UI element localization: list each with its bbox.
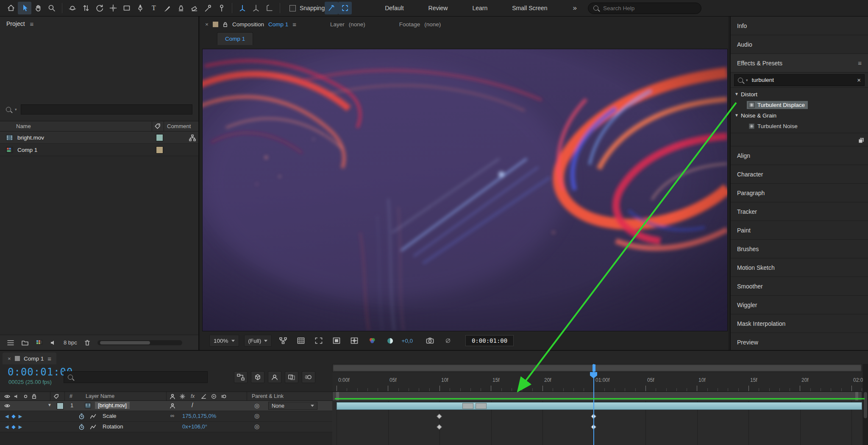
orbit-camera-tool-icon[interactable] <box>66 2 79 14</box>
workspace-tab-review[interactable]: Review <box>428 5 448 11</box>
panel-tab-mask-interpolation[interactable]: Mask Interpolation <box>731 314 868 333</box>
layer-visibility-eye-icon[interactable] <box>4 403 10 409</box>
snap-option-features-icon[interactable] <box>338 2 352 14</box>
draft-3d-icon[interactable] <box>251 371 264 383</box>
property-name[interactable]: Rotation <box>103 423 123 430</box>
effect-item-turbulent-noise[interactable]: Turbulent Noise <box>731 121 868 132</box>
resolution-dropdown[interactable]: (Full) <box>244 335 272 347</box>
project-horizontal-scrollbar[interactable] <box>97 340 182 345</box>
effects-search-input[interactable] <box>751 76 854 84</box>
item-name[interactable]: Comp 1 <box>17 147 37 153</box>
property-row-scale[interactable]: ◀◆▶ Scale ∞ 175,0,175,0% ◎ <box>0 411 332 422</box>
timeline-tab[interactable]: × Comp 1 ≡ <box>3 353 56 364</box>
quality-switch-icon[interactable]: / <box>192 402 193 409</box>
workspace-overflow-button[interactable]: » <box>573 4 577 12</box>
parent-link-column-label[interactable]: Parent & Link <box>252 393 284 399</box>
project-row-footage[interactable]: bright.mov <box>0 132 198 144</box>
panel-menu-icon[interactable]: ≡ <box>30 20 34 28</box>
grid-guides-icon[interactable] <box>348 335 361 346</box>
kf-previous-icon[interactable]: ◀ <box>5 414 8 419</box>
parent-link-dropdown[interactable]: None <box>268 402 317 410</box>
effect-item-turbulent-displace[interactable]: Turbulent Displace <box>731 100 868 110</box>
eraser-tool-icon[interactable] <box>188 2 201 14</box>
effects-search-box[interactable]: ▾ × <box>734 74 865 86</box>
effects-group-distort[interactable]: ▼ Distort <box>731 89 868 100</box>
timeline-vertical-scrollbar[interactable] <box>863 364 868 445</box>
tab-composition-label[interactable]: Composition <box>232 21 264 28</box>
tab-composition-value[interactable]: Comp 1 <box>268 21 288 28</box>
type-tool-icon[interactable]: T <box>147 2 161 14</box>
kf-next-icon[interactable]: ▶ <box>19 414 22 419</box>
property-row-rotation[interactable]: ◀◆▶ Rotation 0x+106,0° ◎ <box>0 422 332 432</box>
layer-row[interactable]: ▼ 1 [bright.mov] / ◎ None <box>0 401 332 411</box>
axis-mode-view-icon[interactable] <box>263 2 276 14</box>
layer-duration-bar[interactable] <box>337 402 862 410</box>
project-row-comp[interactable]: Comp 1 <box>0 144 198 156</box>
snapping-checkbox[interactable] <box>289 5 296 11</box>
tab-footage-label[interactable]: Footage <box>399 21 420 28</box>
workspace-tab-default[interactable]: Default <box>385 5 403 11</box>
puppet-pin-tool-icon[interactable] <box>215 2 228 14</box>
exposure-reset-icon[interactable] <box>384 335 396 346</box>
graph-editor-set-icon[interactable] <box>90 414 96 419</box>
parent-pickwhip-icon[interactable]: ◎ <box>254 402 259 409</box>
kf-current-diamond-icon[interactable]: ◆ <box>11 424 15 430</box>
expander-chevron-icon[interactable]: ▼ <box>734 113 739 118</box>
kf-next-icon[interactable]: ▶ <box>19 424 22 430</box>
layer-name[interactable]: [bright.mov] <box>95 402 130 409</box>
effects-group-noise-grain[interactable]: ▼ Noise & Grain <box>731 110 868 121</box>
color-label-swatch[interactable] <box>156 134 163 141</box>
audio-volume-icon[interactable] <box>50 339 57 346</box>
stopwatch-icon[interactable] <box>78 413 85 420</box>
pan-camera-tool-icon[interactable] <box>79 2 93 14</box>
roto-brush-tool-icon[interactable] <box>201 2 215 14</box>
column-name-label[interactable]: Name <box>16 123 31 129</box>
selected-effect-box[interactable]: Turbulent Displace <box>747 101 808 109</box>
label-column-tag-icon[interactable] <box>154 123 161 129</box>
region-of-interest-icon[interactable] <box>312 335 325 346</box>
tab-layer-label[interactable]: Layer <box>330 21 345 28</box>
property-pickwhip-icon[interactable]: ◎ <box>254 423 259 430</box>
panel-tab-info[interactable]: Info <box>731 17 868 35</box>
layer-color-swatch[interactable] <box>57 403 64 409</box>
clone-stamp-tool-icon[interactable] <box>174 2 188 14</box>
new-folder-icon[interactable] <box>21 339 29 346</box>
panel-tab-brushes[interactable]: Brushes <box>731 240 868 258</box>
transparency-grid-icon[interactable] <box>295 335 307 346</box>
property-value[interactable]: 0x+106,0° <box>182 423 207 430</box>
work-area-bar[interactable] <box>332 392 862 401</box>
rectangle-tool-icon[interactable] <box>120 2 134 14</box>
constrain-link-icon[interactable]: ∞ <box>170 412 174 419</box>
time-navigator[interactable] <box>332 364 862 372</box>
workspace-tab-small-screen[interactable]: Small Screen <box>512 5 547 11</box>
search-scope-chevron-icon[interactable]: ▾ <box>15 107 17 112</box>
item-name[interactable]: bright.mov <box>17 134 44 141</box>
panel-tab-smoother[interactable]: Smoother <box>731 277 868 296</box>
property-value[interactable]: 175,0,175,0% <box>182 413 216 419</box>
mini-flowchart-icon[interactable] <box>277 335 289 346</box>
project-search-input[interactable] <box>21 104 192 115</box>
show-snapshot-icon[interactable] <box>442 335 454 346</box>
search-scope-chevron-icon[interactable]: ▾ <box>746 78 748 82</box>
panel-menu-icon[interactable]: ≡ <box>858 59 862 67</box>
hide-shy-layers-icon[interactable] <box>268 371 281 383</box>
preview-timecode[interactable]: 0:00:01:00 <box>465 335 514 346</box>
snap-option-edges-icon[interactable] <box>325 2 338 14</box>
delete-trash-icon[interactable] <box>84 339 91 346</box>
panel-menu-icon[interactable]: ≡ <box>47 355 51 362</box>
selection-tool-icon[interactable] <box>18 2 31 14</box>
exposure-value[interactable]: +0,0 <box>401 338 413 344</box>
panel-tab-wiggler[interactable]: Wiggler <box>731 296 868 314</box>
tab-close-icon[interactable]: × <box>205 21 209 28</box>
expander-chevron-icon[interactable]: ▼ <box>734 92 739 96</box>
panel-tab-character[interactable]: Character <box>731 165 868 184</box>
timeline-search-input[interactable] <box>77 372 203 382</box>
graph-editor-set-icon[interactable] <box>90 424 96 430</box>
timeline-search-box[interactable] <box>64 371 208 383</box>
bit-depth-label[interactable]: 8 bpc <box>64 339 77 346</box>
layer-name-column-label[interactable]: Layer Name <box>86 393 114 399</box>
panel-tab-preview[interactable]: Preview <box>731 333 868 352</box>
pen-tool-icon[interactable] <box>134 2 147 14</box>
panel-tab-audio[interactable]: Audio <box>731 35 868 54</box>
panel-tab-paragraph[interactable]: Paragraph <box>731 184 868 202</box>
